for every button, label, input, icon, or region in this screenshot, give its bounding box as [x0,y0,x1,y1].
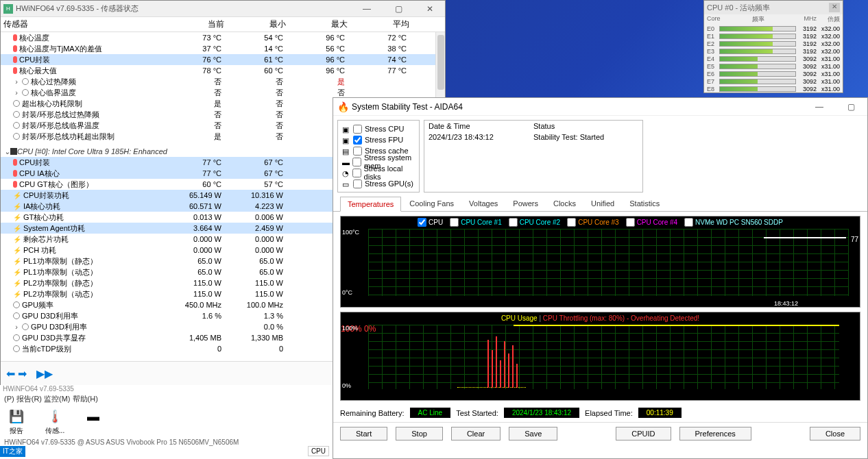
status-value: Stability Test: Started [533,133,638,141]
cpu-activity-titlebar[interactable]: CPU #0 - 活动频率 ✕ [704,1,843,14]
legend-item[interactable]: CPU Core #1 [450,218,501,227]
sensor-row[interactable]: ›核心临界温度 否 否 否 [1,87,445,98]
nav-forward-icon[interactable]: ➡ [18,367,27,380]
mem-icon: ▬ [342,158,350,165]
stress-cache-checkbox[interactable] [353,147,362,156]
sensor-label: 超出核心功耗限制 [22,99,82,109]
nav-back-icon[interactable]: ⬅ [6,367,15,380]
sensor-row[interactable]: ›核心过热降频 否 否 是 [1,76,445,87]
freq-bar [719,79,796,84]
throttle-spikes [485,326,533,388]
legend-checkbox[interactable] [450,218,459,227]
stop-button[interactable]: Stop [396,427,443,441]
legend-item[interactable]: NVMe WD PC SN560 SDDP [684,218,783,227]
cell-min: 65.0 W [227,257,289,265]
core-mult: x31.00 [817,78,840,85]
sensor-row[interactable]: 核心温度与TjMAX的差值 37 °C 14 °C 56 °C 38 °C [1,43,445,54]
core-mhz: 3192 [796,25,817,32]
col-sensor[interactable]: 传感器 [3,18,168,30]
start-button[interactable]: Start [340,427,387,441]
minimize-button[interactable]: — [354,2,379,16]
cell-min: 57 °C [227,180,289,188]
stress-cpu-checkbox[interactable] [353,125,362,134]
tab-voltages[interactable]: Voltages [462,197,505,211]
tab-powers[interactable]: Powers [506,197,545,211]
preferences-button[interactable]: Preferences [679,427,751,441]
cell-max: 是 [289,77,350,87]
toolbar-button[interactable]: 🌡️传感... [44,408,66,436]
cell-min: 1,330 MB [227,334,289,342]
toolbar-button[interactable]: ▬ [82,408,104,436]
cell-current: 450.0 MHz [165,301,227,309]
legend-item[interactable]: CPU Core #4 [626,218,677,227]
stress-fpu-checkbox[interactable] [353,136,362,145]
tab-statistics[interactable]: Statistics [623,197,666,211]
clear-button[interactable]: Clear [451,427,501,441]
sensor-label: CPU IA核心 [19,169,60,179]
core-id: E4 [707,55,719,62]
sensor-label: PL1功率限制（静态） [23,256,97,266]
stress-disk-checkbox[interactable] [352,169,361,177]
chart-grid [368,325,839,389]
col-max[interactable]: 最大 [291,18,353,30]
close-button[interactable]: ✕ [418,2,442,16]
save-button[interactable]: Save [509,427,557,441]
sensor-label: 封装/环形总线功耗超出限制 [22,132,114,142]
legend-item[interactable]: CPU [418,218,443,227]
close-button[interactable]: Close [810,427,860,441]
hwinfo-title: HWiNFO64 v7.69-5335 - 传感器状态 [16,3,354,14]
sensor-row[interactable]: CPU封装 76 °C 61 °C 96 °C 74 °C [1,54,445,65]
tab-unified[interactable]: Unified [584,197,621,211]
minimize-button[interactable]: — [807,100,832,114]
clock-icon [13,133,20,140]
close-button[interactable]: ✕ [829,3,840,12]
stress-mem-checkbox[interactable] [352,158,361,166]
sensor-label: GPU D3D利用率 [31,322,87,332]
core-mult: x32.00 [817,33,840,40]
reading-value: 77 [851,236,858,243]
col-current[interactable]: 当前 [168,18,230,30]
tab-cooling-fans[interactable]: Cooling Fans [402,197,461,211]
ylabel-min-left: 0% [342,382,351,389]
scrollbar-thumb[interactable] [437,35,444,90]
legend-checkbox[interactable] [684,218,693,227]
sensor-row[interactable]: 核心温度 73 °C 54 °C 96 °C 72 °C [1,32,445,43]
core-id: E3 [707,48,719,55]
cell-current: 77 °C [165,158,227,166]
aida-titlebar[interactable]: 🔥 System Stability Test - AIDA64 — ▢ [333,98,867,116]
cell-avg: 38 °C [350,45,412,53]
clock-icon [13,122,20,129]
xlabel: 18:43:12 [774,300,798,307]
cell-current: 65.149 W [165,191,227,199]
aida-tabs: TemperaturesCooling FansVoltagesPowersCl… [333,197,867,212]
cpu-cores-list: E0 3192 x32.00E1 3192 x32.00E2 3192 x32.… [704,25,843,92]
tab-temperatures[interactable]: Temperatures [340,197,401,212]
bolt-icon: ⚡ [13,290,21,298]
hwinfo-titlebar[interactable]: H HWiNFO64 v7.69-5335 - 传感器状态 — ▢ ✕ [1,1,445,17]
core-row: E1 3192 x32.00 [704,32,843,40]
legend-checkbox[interactable] [418,218,426,227]
cell-max: 否 [289,88,350,98]
cpuid-button[interactable]: CPUID [616,427,671,441]
cell-min: 0 [227,345,289,353]
nav-step-icon[interactable]: ▶▶ [36,367,53,380]
toolbar-button[interactable]: 💾报告 [5,408,27,436]
maximize-button[interactable]: ▢ [839,100,863,114]
legend-checkbox[interactable] [626,218,635,227]
sensor-label: PL2功率限制（静态） [23,278,97,288]
cpu-activity-title: CPU #0 - 活动频率 [707,3,770,13]
col-min[interactable]: 最小 [230,18,291,30]
stress-gpu-checkbox[interactable] [353,179,362,188]
col-avg[interactable]: 平均 [353,18,415,30]
ylabel-max-left: 100% [342,325,358,332]
maximize-button[interactable]: ▢ [386,2,411,16]
legend-item[interactable]: CPU Core #3 [567,218,618,227]
cell-current: 1.6 % [165,312,227,320]
core-row: E7 3092 x31.00 [704,77,843,85]
sensor-row[interactable]: 核心最大值 78 °C 60 °C 96 °C 77 °C [1,65,445,76]
legend-checkbox[interactable] [509,218,518,227]
legend-checkbox[interactable] [567,218,576,227]
legend-item[interactable]: CPU Core #2 [509,218,560,227]
menubar[interactable]: (P) 报告(R) 监控(M) 帮助(H) [0,393,336,406]
tab-clocks[interactable]: Clocks [546,197,583,211]
